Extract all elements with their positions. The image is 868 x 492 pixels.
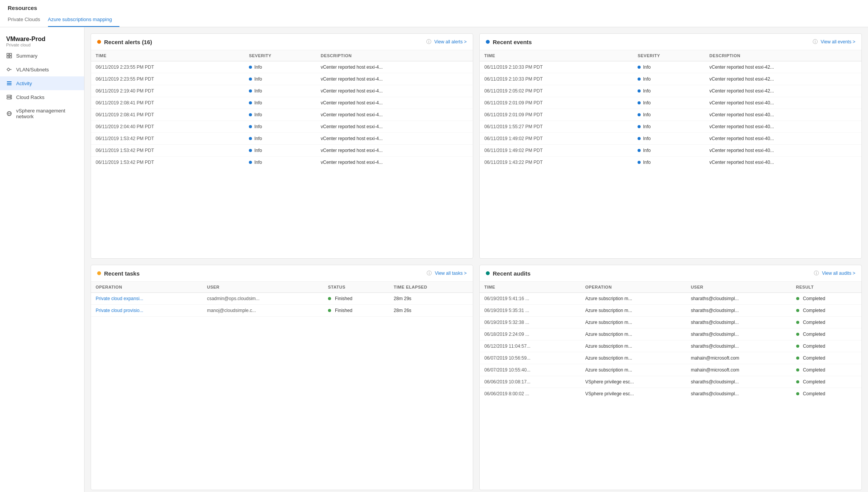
task-user: csadmin@ops.cloudsim...	[202, 293, 323, 305]
alerts-view-link[interactable]: View all alerts >	[434, 39, 467, 45]
sidebar-item-summary[interactable]: Summary	[0, 49, 84, 63]
audits-title: Recent audits	[493, 270, 811, 277]
audit-result: Completed	[792, 352, 861, 364]
table-row[interactable]: 06/11/2019 1:53:42 PM PDT Info vCenter r…	[91, 157, 473, 166]
table-row[interactable]: 06/11/2019 2:19:40 PM PDT Info vCenter r…	[91, 85, 473, 97]
table-row[interactable]: 06/07/2019 10:56:59... Azure subscriptio…	[480, 352, 861, 364]
audit-user: sharaths@cloudsimpl...	[686, 305, 792, 317]
table-row[interactable]: 06/11/2019 2:10:33 PM PDT Info vCenter r…	[480, 73, 861, 85]
tasks-info-icon[interactable]: ⓘ	[427, 270, 432, 277]
alert-description: vCenter reported host esxi-4...	[316, 133, 473, 145]
audit-user: sharaths@cloudsimpl...	[686, 293, 792, 305]
event-severity: Info	[633, 121, 705, 133]
tasks-col-elapsed: TIME ELAPSED	[389, 282, 473, 293]
table-row[interactable]: 06/18/2019 2:24:09 ... Azure subscriptio…	[480, 329, 861, 340]
table-row[interactable]: 06/11/2019 1:43:22 PM PDT Info vCenter r…	[480, 157, 861, 166]
alerts-col-severity: SEVERITY	[244, 50, 316, 61]
table-row[interactable]: 06/19/2019 5:35:31 ... Azure subscriptio…	[480, 305, 861, 317]
audit-operation: Azure subscription m...	[581, 293, 686, 305]
table-row[interactable]: 06/19/2019 5:41:16 ... Azure subscriptio…	[480, 293, 861, 305]
sidebar-item-activity[interactable]: Activity	[0, 76, 84, 90]
events-dot	[486, 40, 490, 44]
audits-table-container: TIME OPERATION USER RESULT 06/19/2019 5:…	[480, 282, 861, 397]
tab-azure-mapping[interactable]: Azure subscriptions mapping	[48, 13, 120, 27]
tasks-dot	[97, 271, 101, 275]
alerts-title: Recent alerts (16)	[104, 39, 423, 45]
svg-rect-1	[10, 53, 12, 55]
svg-rect-4	[7, 81, 12, 82]
events-info-icon[interactable]: ⓘ	[813, 38, 818, 45]
alerts-info-icon[interactable]: ⓘ	[426, 38, 431, 45]
alerts-dot	[97, 40, 101, 44]
table-row[interactable]: 06/11/2019 2:01:09 PM PDT Info vCenter r…	[480, 97, 861, 109]
audits-info-icon[interactable]: ⓘ	[814, 270, 819, 277]
table-row[interactable]: 06/06/2019 8:00:02 ... VSphere privilege…	[480, 388, 861, 397]
audit-operation: Azure subscription m...	[581, 317, 686, 329]
audit-user: sharaths@cloudsimpl...	[686, 376, 792, 388]
tab-private-clouds[interactable]: Private Clouds	[8, 13, 48, 27]
table-row[interactable]: 06/12/2019 11:04:57... Azure subscriptio…	[480, 340, 861, 352]
audit-time: 06/19/2019 5:41:16 ...	[480, 293, 581, 305]
event-severity: Info	[633, 145, 705, 157]
event-description: vCenter reported host esxi-40...	[705, 145, 861, 157]
tasks-view-link[interactable]: View all tasks >	[435, 271, 467, 276]
audit-result: Completed	[792, 293, 861, 305]
sidebar-item-vsphere[interactable]: vSphere management network	[0, 104, 84, 123]
audit-operation: Azure subscription m...	[581, 340, 686, 352]
sidebar-item-cloud-racks[interactable]: Cloud Racks	[0, 90, 84, 104]
audits-view-link[interactable]: View all audits >	[822, 271, 855, 276]
sidebar-label-cloud-racks: Cloud Racks	[16, 94, 45, 100]
audit-result: Completed	[792, 305, 861, 317]
table-row[interactable]: 06/19/2019 5:32:38 ... Azure subscriptio…	[480, 317, 861, 329]
table-row[interactable]: 06/11/2019 2:10:33 PM PDT Info vCenter r…	[480, 61, 861, 73]
tasks-table: OPERATION USER STATUS TIME ELAPSED Priva…	[91, 282, 473, 317]
tasks-table-container: OPERATION USER STATUS TIME ELAPSED Priva…	[91, 282, 473, 317]
table-row[interactable]: 06/11/2019 1:53:42 PM PDT Info vCenter r…	[91, 145, 473, 157]
globe-icon	[6, 111, 12, 117]
alert-severity: Info	[244, 109, 316, 121]
events-view-link[interactable]: View all events >	[821, 39, 855, 45]
event-description: vCenter reported host esxi-40...	[705, 97, 861, 109]
event-time: 06/11/2019 1:49:02 PM PDT	[480, 133, 633, 145]
top-header: Resources Private Clouds Azure subscript…	[0, 0, 868, 27]
svg-rect-3	[10, 56, 12, 58]
alert-time: 06/11/2019 2:08:41 PM PDT	[91, 97, 244, 109]
table-row[interactable]: 06/11/2019 2:08:41 PM PDT Info vCenter r…	[91, 97, 473, 109]
tasks-title: Recent tasks	[104, 270, 424, 277]
tasks-col-operation: OPERATION	[91, 282, 202, 293]
table-row[interactable]: Private cloud expansi... csadmin@ops.clo…	[91, 293, 473, 305]
event-description: vCenter reported host esxi-42...	[705, 61, 861, 73]
svg-rect-0	[7, 53, 9, 55]
sidebar: VMware-Prod Private cloud Summary VLAN/S…	[0, 27, 84, 492]
table-row[interactable]: 06/11/2019 1:49:02 PM PDT Info vCenter r…	[480, 133, 861, 145]
table-row[interactable]: 06/06/2019 10:08:17... VSphere privilege…	[480, 376, 861, 388]
table-row[interactable]: 06/11/2019 2:23:55 PM PDT Info vCenter r…	[91, 73, 473, 85]
alerts-table-container: TIME SEVERITY DESCRIPTION 06/11/2019 2:2…	[91, 50, 473, 165]
events-table-container: TIME SEVERITY DESCRIPTION 06/11/2019 2:1…	[480, 50, 861, 165]
table-row[interactable]: 06/11/2019 1:49:02 PM PDT Info vCenter r…	[480, 145, 861, 157]
alert-description: vCenter reported host esxi-4...	[316, 61, 473, 73]
alerts-col-time: TIME	[91, 50, 244, 61]
table-row[interactable]: Private cloud provisio... manoj@cloudsim…	[91, 305, 473, 317]
alert-description: vCenter reported host esxi-4...	[316, 157, 473, 166]
tasks-col-status: STATUS	[323, 282, 389, 293]
event-description: vCenter reported host esxi-42...	[705, 85, 861, 97]
activity-icon	[6, 80, 12, 86]
audit-user: mahain@microsoft.com	[686, 364, 792, 376]
table-row[interactable]: 06/07/2019 10:55:40... Azure subscriptio…	[480, 364, 861, 376]
audit-user: sharaths@cloudsimpl...	[686, 340, 792, 352]
table-row[interactable]: 06/11/2019 2:05:02 PM PDT Info vCenter r…	[480, 85, 861, 97]
table-row[interactable]: 06/11/2019 1:53:42 PM PDT Info vCenter r…	[91, 133, 473, 145]
table-row[interactable]: 06/11/2019 1:55:27 PM PDT Info vCenter r…	[480, 121, 861, 133]
table-row[interactable]: 06/11/2019 2:01:09 PM PDT Info vCenter r…	[480, 109, 861, 121]
table-row[interactable]: 06/11/2019 2:08:41 PM PDT Info vCenter r…	[91, 109, 473, 121]
event-severity: Info	[633, 109, 705, 121]
table-row[interactable]: 06/11/2019 2:04:40 PM PDT Info vCenter r…	[91, 121, 473, 133]
audit-operation: Azure subscription m...	[581, 329, 686, 340]
alerts-col-description: DESCRIPTION	[316, 50, 473, 61]
table-row[interactable]: 06/11/2019 2:23:55 PM PDT Info vCenter r…	[91, 61, 473, 73]
alerts-header: Recent alerts (16) ⓘ View all alerts >	[91, 34, 473, 50]
audit-operation: VSphere privilege esc...	[581, 388, 686, 397]
sidebar-item-vlan[interactable]: VLAN/Subnets	[0, 63, 84, 76]
events-col-severity: SEVERITY	[633, 50, 705, 61]
